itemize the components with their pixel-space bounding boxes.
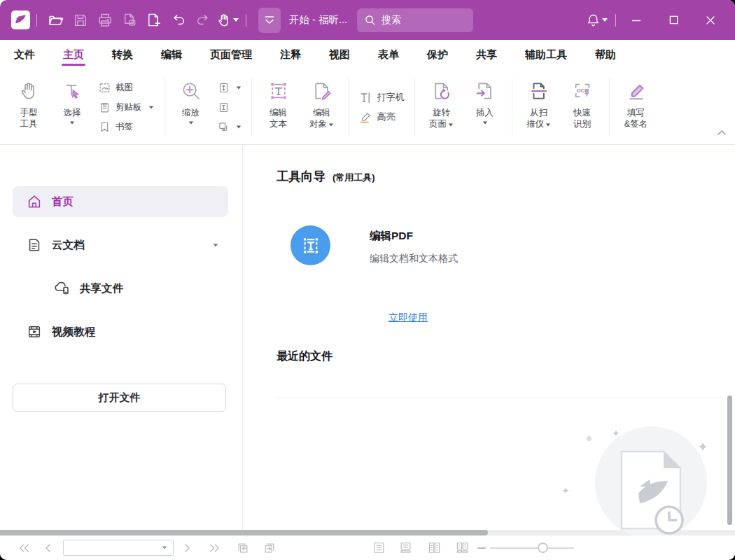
menu-help[interactable]: 帮助	[595, 41, 616, 69]
sparkle-icon: ✦	[561, 485, 570, 496]
chevron-down-icon	[188, 122, 192, 125]
zoom-slider-track[interactable]	[490, 547, 574, 549]
chevron-down-icon	[236, 86, 240, 89]
hand-tool-icon[interactable]	[216, 8, 239, 32]
horizontal-scrollbar-thumb[interactable]	[0, 530, 488, 536]
menu-accessibility[interactable]: 辅助工具	[525, 41, 567, 69]
chevron-down-icon	[233, 18, 239, 22]
vertical-scrollbar[interactable]	[727, 396, 732, 525]
menu-share[interactable]: 共享	[476, 41, 497, 69]
sidebar-item-video-tutorials[interactable]: 视频教程	[13, 316, 228, 347]
menu-edit[interactable]: 编辑	[161, 41, 182, 69]
new-document-icon[interactable]	[142, 8, 165, 32]
open-folder-icon[interactable]	[44, 8, 67, 32]
use-now-link[interactable]: 立即使用	[388, 312, 428, 324]
highlight-button[interactable]: 高亮	[359, 108, 405, 126]
highlight-label: 高亮	[377, 111, 396, 123]
edit-object-label: 编辑 对象	[309, 108, 330, 129]
hand-tool-button[interactable]: 手型 工具	[10, 70, 47, 144]
bookmark-icon	[99, 121, 111, 133]
last-page-icon[interactable]	[206, 536, 223, 560]
rotate-pages-button[interactable]: 旋转 页面	[424, 70, 460, 144]
quick-ocr-button[interactable]: OCR 快速 识别	[564, 70, 601, 144]
foxit-logo-icon[interactable]	[11, 10, 30, 29]
sidebar-item-cloud-docs[interactable]: 云文档	[13, 230, 228, 260]
from-scanner-button[interactable]: 从扫 描仪	[521, 70, 557, 144]
actual-size-button[interactable]	[218, 99, 241, 116]
menu-view[interactable]: 视图	[329, 41, 350, 69]
screenshot-button[interactable]: 截图	[99, 79, 154, 97]
menu-protect[interactable]: 保护	[427, 41, 448, 69]
single-page-icon[interactable]	[370, 536, 387, 560]
facing-page-icon[interactable]	[426, 536, 442, 560]
menu-page-management[interactable]: 页面管理	[210, 41, 252, 69]
save-icon[interactable]	[69, 8, 92, 32]
search-input[interactable]: 搜索	[357, 8, 473, 32]
edit-text-icon	[268, 79, 289, 103]
open-file-button[interactable]: 打开文件	[13, 384, 226, 412]
clipboard-button[interactable]: 剪贴板	[99, 99, 154, 116]
main-area: 首页 云文档 共享文件 视频教程 打开文件 工具向导 (常用工具)	[0, 145, 735, 530]
menu-comment[interactable]: 注释	[280, 41, 301, 69]
actual-size-icon	[218, 102, 230, 113]
next-page-icon[interactable]	[181, 536, 195, 560]
insert-label: 插入	[476, 107, 493, 118]
chevron-down-icon[interactable]	[602, 18, 608, 22]
bell-icon[interactable]	[585, 8, 608, 32]
copy-icon[interactable]	[118, 8, 141, 32]
collapse-ribbon-icon[interactable]	[258, 8, 281, 33]
divider	[512, 78, 512, 136]
maximize-button[interactable]	[663, 8, 684, 32]
insert-button[interactable]: 插入	[467, 70, 503, 144]
edit-text-button[interactable]: 编辑 文本	[260, 70, 297, 144]
close-button[interactable]	[700, 8, 721, 32]
page-number-input[interactable]	[63, 540, 174, 556]
fill-sign-label: 填写 &签名	[624, 107, 648, 130]
edit-object-button[interactable]: 编辑 对象	[304, 70, 340, 144]
sidebar-item-shared-files[interactable]: 共享文件	[13, 273, 228, 304]
zoom-slider-thumb[interactable]	[538, 542, 548, 553]
sidebar-item-label: 视频教程	[52, 325, 95, 340]
sparkle-dot	[587, 436, 592, 441]
menu-convert[interactable]: 转换	[112, 41, 133, 69]
fit-page-button[interactable]	[218, 79, 241, 97]
menu-form[interactable]: 表单	[378, 41, 399, 69]
sidebar-item-label: 共享文件	[80, 281, 123, 296]
wizard-title: 工具向导	[276, 168, 326, 185]
sparkle-icon: ✦	[612, 428, 620, 439]
first-page-icon[interactable]	[15, 536, 32, 560]
bookmark-label: 书签	[115, 121, 133, 133]
chevron-down-icon[interactable]	[162, 547, 167, 550]
menu-file[interactable]: 文件	[14, 41, 35, 69]
bookmark-button[interactable]: 书签	[99, 118, 154, 136]
undo-icon[interactable]	[167, 8, 190, 32]
clipboard-label: 剪贴板	[115, 102, 142, 113]
highlight-icon	[359, 111, 372, 124]
wizard-subtitle: (常用工具)	[332, 172, 375, 184]
fill-sign-button[interactable]: 填写 &签名	[618, 70, 654, 144]
menu-home[interactable]: 主页	[63, 41, 84, 69]
typewriter-button[interactable]: 打字机	[359, 89, 405, 106]
hand-icon	[18, 79, 39, 103]
redo-icon[interactable]	[191, 8, 214, 32]
select-button[interactable]: 选择	[54, 70, 90, 144]
minimize-button[interactable]	[626, 8, 647, 32]
rotate-view-button[interactable]	[218, 118, 241, 136]
zoom-button[interactable]: 缩放	[173, 70, 209, 144]
facing-continuous-icon[interactable]	[454, 536, 470, 560]
continuous-page-icon[interactable]	[397, 536, 414, 560]
document-tab[interactable]: 开始 - 福昕...	[289, 13, 347, 27]
divider	[349, 78, 349, 136]
chevron-down-icon[interactable]	[214, 244, 218, 246]
collapse-ribbon-chevron-icon[interactable]	[717, 126, 727, 139]
zoom-out-icon[interactable]	[475, 536, 489, 560]
chevron-down-icon	[546, 124, 550, 127]
prev-view-icon[interactable]	[234, 536, 252, 560]
next-view-icon[interactable]	[260, 536, 279, 560]
print-icon[interactable]	[93, 8, 116, 32]
sidebar-item-home[interactable]: 首页	[13, 186, 228, 217]
sidebar-item-label: 首页	[52, 195, 74, 209]
tool-card-edit-pdf[interactable]: 编辑PDF 编辑文档和文本格式	[290, 225, 458, 265]
prev-page-icon[interactable]	[41, 536, 55, 560]
chevron-down-icon	[236, 125, 240, 128]
